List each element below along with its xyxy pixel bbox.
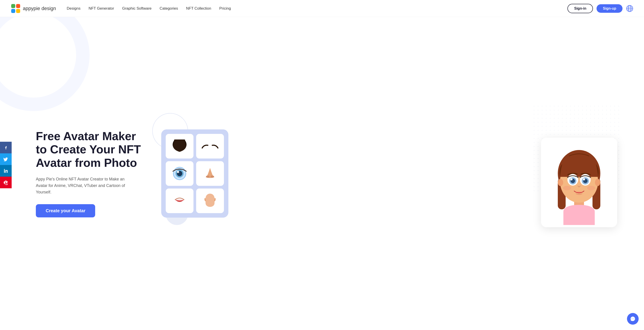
bg-arc-decoration	[0, 17, 90, 111]
nose-icon	[203, 167, 217, 180]
avatar-card	[541, 138, 617, 227]
nav-item-categories[interactable]: Categories	[160, 6, 178, 11]
svg-point-18	[210, 176, 214, 178]
nav-item-graphic-software[interactable]: Graphic Software	[122, 6, 151, 11]
logo-text: appypie design	[23, 6, 56, 12]
hero-left: Free Avatar Maker to Create Your NFT Ava…	[36, 130, 148, 218]
svg-point-33	[570, 178, 572, 180]
feature-grid	[161, 130, 228, 218]
navbar-left: appypie design Designs NFT Generator Gra…	[11, 4, 231, 14]
feature-cell-mouth	[166, 188, 194, 213]
svg-rect-0	[11, 4, 15, 8]
hero-title: Free Avatar Maker to Create Your NFT Ava…	[36, 130, 148, 170]
svg-rect-1	[16, 4, 20, 8]
feature-cell-eye	[166, 161, 194, 186]
logo-icon	[11, 4, 20, 14]
hair-icon	[171, 138, 188, 154]
svg-point-17	[206, 176, 210, 178]
globe-icon[interactable]	[626, 5, 633, 12]
navbar-right: Sign-in Sign-up	[568, 4, 633, 13]
eye-icon	[172, 166, 188, 181]
feature-cell-nose	[196, 161, 224, 186]
feature-cell-eyebrows	[196, 134, 224, 158]
chat-support-button[interactable]	[627, 313, 639, 325]
signin-button[interactable]: Sign-in	[568, 4, 593, 13]
logo[interactable]: appypie design	[11, 4, 56, 14]
svg-rect-9	[4, 170, 5, 173]
nav-item-designs[interactable]: Designs	[67, 6, 80, 11]
hero-subtitle: Appy Pie's Online NFT Avatar Creator to …	[36, 176, 134, 195]
svg-point-36	[587, 186, 595, 190]
hero-right	[148, 104, 622, 243]
nav-item-nft-collection[interactable]: NFT Collection	[186, 6, 211, 11]
linkedin-button[interactable]	[0, 165, 12, 177]
svg-rect-3	[16, 9, 20, 13]
head-icon	[203, 193, 217, 209]
svg-rect-11	[174, 140, 185, 141]
svg-point-16	[177, 171, 179, 173]
svg-point-25	[558, 179, 563, 186]
svg-point-26	[595, 179, 600, 186]
feature-cell-head	[196, 188, 224, 213]
pinterest-button[interactable]	[0, 177, 12, 188]
navbar: appypie design Designs NFT Generator Gra…	[0, 0, 644, 17]
mouth-icon	[172, 195, 188, 206]
svg-point-10	[4, 169, 5, 170]
svg-rect-2	[11, 9, 15, 13]
facebook-button[interactable]	[0, 142, 12, 153]
nav-item-nft-generator[interactable]: NFT Generator	[88, 6, 114, 11]
hero-section: Free Avatar Maker to Create Your NFT Ava…	[0, 17, 644, 330]
svg-point-35	[563, 186, 571, 190]
signup-button[interactable]: Sign-up	[596, 4, 622, 13]
avatar-illustration	[541, 138, 617, 227]
svg-point-34	[583, 178, 585, 180]
create-avatar-button[interactable]: Create your Avatar	[36, 204, 95, 218]
chat-icon	[630, 316, 636, 322]
nav-item-pricing[interactable]: Pricing	[219, 6, 231, 11]
nav-links: Designs NFT Generator Graphic Software C…	[67, 6, 231, 11]
eyebrows-icon	[201, 142, 219, 151]
feature-cell-hair	[166, 134, 194, 158]
twitter-button[interactable]	[0, 153, 12, 165]
social-sidebar	[0, 142, 12, 188]
